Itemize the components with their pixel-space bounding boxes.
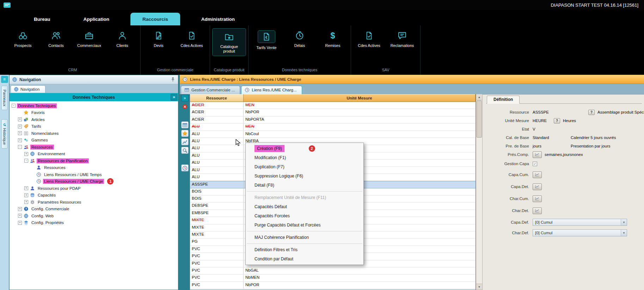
context-menu-item-modification-f1[interactable]: Modification (F1): [246, 153, 363, 162]
tree-item-nomenclatures[interactable]: +Nomenclatures: [10, 130, 178, 137]
dock-panels-icon[interactable]: ≡: [1, 76, 8, 83]
scroll-up-icon[interactable]: ▲: [476, 94, 482, 100]
tab-navigation[interactable]: Navigation: [11, 85, 45, 93]
chart-view-button[interactable]: [181, 138, 189, 145]
context-menu-item-suppression-logique-f6[interactable]: Suppression Logique (F6): [246, 171, 363, 181]
chart-button[interactable]: [533, 151, 542, 158]
tab-gestion-commerciale[interactable]: Gestion Commerciale ...: [181, 86, 240, 94]
tree-item-liens-ressources-ume-temps[interactable]: Liens Ressources / UME Temps: [10, 171, 178, 178]
tree-item-tarifs[interactable]: +Tarifs: [10, 123, 178, 130]
ribbon-button-reclamations[interactable]: Reclamations: [386, 28, 419, 48]
chart-button[interactable]: [533, 183, 542, 190]
ribbon-button-remises[interactable]: Remises: [316, 28, 349, 48]
ribbon-button-commerciaux[interactable]: Commerciaux: [73, 28, 106, 48]
dock-tab-panneaux[interactable]: Panneaux: [1, 86, 8, 110]
tree-item-favoris[interactable]: Favoris: [10, 109, 178, 116]
tree-item-config-proprietes[interactable]: +Config. Propriétés: [10, 219, 178, 226]
dropdown[interactable]: [0] Cumul▼: [533, 219, 627, 226]
table-row[interactable]: PVCNbMEN: [190, 274, 476, 282]
expand-icon[interactable]: +: [18, 214, 22, 218]
table-row[interactable]: PVCNbPOR: [190, 282, 476, 289]
expand-icon[interactable]: +: [24, 193, 28, 197]
ribbon-button-tarifs-vente[interactable]: Tarifs Vente: [250, 28, 283, 50]
chart-button[interactable]: [533, 207, 542, 214]
expand-icon[interactable]: +: [18, 138, 22, 142]
refresh-timer-button[interactable]: [181, 164, 189, 171]
expand-icon[interactable]: +: [24, 186, 28, 190]
context-menu-item-creation-f9[interactable]: Création (F9)2: [246, 144, 363, 153]
expand-icon[interactable]: +: [18, 131, 22, 135]
expand-icon[interactable]: +: [24, 152, 28, 156]
ribbon-button-delais[interactable]: Délais: [283, 28, 316, 48]
collapse-icon[interactable]: -: [24, 159, 28, 163]
ribbon-button-contacts[interactable]: Contacts: [39, 28, 73, 48]
close-icon[interactable]: [181, 103, 189, 110]
vertical-scrollbar[interactable]: ▲ ▼: [476, 94, 483, 290]
table-row[interactable]: ALUMEN: [190, 123, 476, 131]
help-button[interactable]: ?: [588, 110, 595, 115]
pin-icon[interactable]: [170, 77, 176, 82]
collapse-icon[interactable]: -: [18, 145, 22, 149]
scrollbar-thumb[interactable]: [477, 101, 482, 138]
context-menu-item-duplication-f7[interactable]: Duplication (F7): [246, 162, 363, 171]
dropdown[interactable]: [0] Cumul▼: [533, 229, 627, 236]
tree-item-articles[interactable]: +Articles: [10, 116, 178, 123]
context-menu-item-condition-par-defaut[interactable]: Condition par Défaut: [246, 254, 363, 264]
collapse-icon[interactable]: -: [12, 104, 16, 108]
menu-tab-raccourcis[interactable]: Raccourcis: [130, 13, 180, 25]
scrollbar-track[interactable]: [476, 138, 482, 284]
table-row[interactable]: ACIERNbPOR: [190, 109, 476, 116]
expand-icon[interactable]: +: [18, 117, 22, 121]
table-row[interactable]: PVCNbGAL: [190, 267, 476, 274]
ribbon-button-clients[interactable]: Clients: [106, 28, 139, 48]
tree-item-ressources[interactable]: -Ressources: [10, 144, 178, 151]
tree-item-capacites[interactable]: +Capacités: [10, 192, 178, 199]
tree-item-config-commerciale[interactable]: +Config. Commerciale: [10, 206, 178, 213]
table-row[interactable]: ACIERNbPORTA: [190, 116, 476, 123]
column-header-ressource[interactable]: Ressource: [190, 94, 244, 102]
context-menu-item-purge-capacites-defaut-et-forcees[interactable]: Purge Capacités Défaut et Forcées: [246, 220, 363, 230]
expand-icon[interactable]: +: [18, 207, 22, 211]
search-button[interactable]: [181, 147, 189, 154]
ribbon-button-cdes-actives[interactable]: Cdes Actives: [175, 28, 208, 48]
chart-button[interactable]: [533, 195, 542, 202]
collapse-tree-button[interactable]: »: [171, 94, 177, 101]
ribbon-button-devis[interactable]: Devis: [142, 28, 175, 48]
tree-item-donnees-techniques[interactable]: -Données Techniques: [10, 102, 178, 109]
context-menu-item-capacites-defaut[interactable]: Capacités Défaut: [246, 202, 363, 211]
tree-item-liens-ressources-ume-charge[interactable]: Liens Ressources / UME Charge1: [10, 178, 178, 185]
column-header-unite-mesure[interactable]: Unité Mesure: [244, 94, 476, 102]
context-menu-item-capacites-forcees[interactable]: Capacités Forcées: [246, 211, 363, 220]
help-button[interactable]: ?: [554, 118, 560, 123]
menu-tab-application[interactable]: Application: [72, 13, 122, 25]
table-row[interactable]: ALUNbCoul: [190, 131, 476, 138]
tree-item-gammes[interactable]: +Gammes: [10, 137, 178, 144]
grid-view-button[interactable]: [181, 121, 189, 128]
expand-icon[interactable]: +: [18, 221, 22, 225]
tree-item-ressources-pour-pdap[interactable]: +Ressources pour PDAP: [10, 185, 178, 192]
expand-icon[interactable]: +: [24, 200, 28, 204]
tab-liens-res-ume-charge[interactable]: Liens Res./UME Charg...: [241, 86, 302, 94]
collapse-panel-button[interactable]: »: [181, 95, 189, 102]
dock-tab-historique[interactable]: ↺Historique: [1, 119, 8, 149]
context-menu-item-maj-coherence-planification[interactable]: MAJ Cohérence Planification: [246, 233, 363, 242]
tree-item-parametres-ressources[interactable]: +Paramètres Ressources: [10, 199, 178, 206]
chart-button[interactable]: [533, 171, 542, 178]
checkbox[interactable]: ✓: [533, 162, 537, 166]
ribbon-button-prospects[interactable]: Prospects: [6, 28, 39, 48]
ribbon-button-cdes-actives[interactable]: Cdes Actives: [352, 28, 386, 48]
tree-item-ressources[interactable]: Ressources: [10, 164, 178, 171]
table-row[interactable]: ACIERMEN: [190, 102, 476, 109]
context-menu-item-detail-f8[interactable]: Détail (F8): [246, 181, 363, 190]
ribbon-button-catalogue-produit[interactable]: Catalogue produit: [212, 28, 246, 56]
expand-icon[interactable]: +: [18, 125, 22, 128]
menu-tab-administration[interactable]: Administration: [189, 13, 247, 25]
tree-item-ressources-de-planification[interactable]: -Ressources de Planification: [10, 157, 178, 164]
scroll-down-icon[interactable]: ▼: [476, 284, 482, 290]
tree-item-config-web[interactable]: +Config. Web: [10, 212, 178, 219]
tab-definition[interactable]: Définition: [487, 96, 520, 104]
tree-item-environnement[interactable]: +Environnement: [10, 151, 178, 158]
context-menu-item-definition-filtres-et-tris[interactable]: Définition Filtres et Tris: [246, 245, 363, 254]
menu-tab-bureau[interactable]: Bureau: [22, 13, 62, 25]
favorites-button[interactable]: [181, 130, 189, 137]
